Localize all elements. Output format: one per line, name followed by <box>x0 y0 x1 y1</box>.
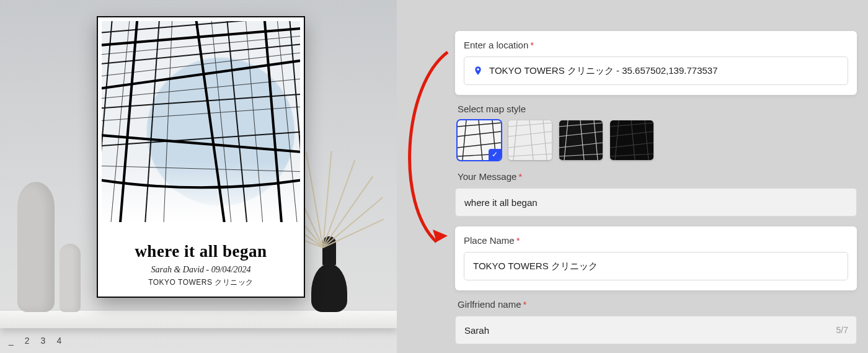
girlfriend-input[interactable] <box>455 316 857 344</box>
poster-subline: Sarah & David - 09/04/2024 <box>98 265 304 275</box>
map-style-option-light-grey[interactable] <box>508 120 552 160</box>
message-input[interactable] <box>455 188 857 217</box>
map-style-option-light-roads[interactable]: ✓ <box>458 120 501 160</box>
location-card: Enter a location* <box>455 31 857 95</box>
map-style-label: Select map style <box>458 104 857 114</box>
pager-item[interactable]: 4 <box>56 336 61 346</box>
product-preview-pane: where it all began Sarah & David - 09/04… <box>0 0 397 353</box>
pager-item[interactable]: _ <box>9 336 14 346</box>
place-name-input[interactable] <box>464 252 848 280</box>
vase-decor <box>17 182 55 312</box>
poster-title: where it all began <box>98 242 304 261</box>
customization-form: Enter a location* Select map style ✓ <box>397 0 868 353</box>
vase-decor <box>60 244 81 312</box>
place-name-label: Place Name* <box>464 235 848 246</box>
check-icon: ✓ <box>489 149 501 160</box>
poster-place: TOKYO TOWERS クリニック <box>98 277 304 288</box>
thumbnail-pager: _ 2 3 4 <box>0 333 70 348</box>
location-label: Enter a location* <box>464 40 848 50</box>
pager-item[interactable]: 2 <box>25 336 30 346</box>
vase-decor <box>311 264 347 312</box>
vase-decor <box>322 236 336 265</box>
location-input-wrap[interactable] <box>464 56 848 85</box>
map-pin-icon <box>473 65 483 77</box>
map-preview-image <box>102 21 300 222</box>
message-label: Your Message* <box>458 171 857 182</box>
place-name-card: Place Name* <box>455 226 857 290</box>
char-count: 5/7 <box>836 325 848 335</box>
girlfriend-label: Girlfriend name* <box>458 299 857 310</box>
map-style-option-black[interactable] <box>610 120 653 160</box>
pager-item[interactable]: 3 <box>41 336 46 346</box>
map-style-option-dark-roads[interactable] <box>559 120 603 160</box>
map-style-swatches: ✓ <box>458 120 857 160</box>
shelf-decor <box>0 311 397 328</box>
map-poster-preview: where it all began Sarah & David - 09/04… <box>97 16 305 298</box>
location-input[interactable] <box>489 66 839 76</box>
